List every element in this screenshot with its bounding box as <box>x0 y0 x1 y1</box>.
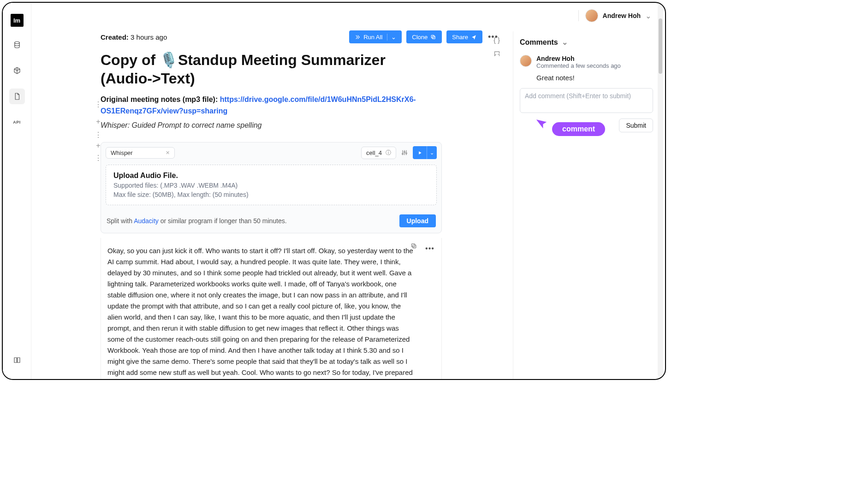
add-block-icon[interactable]: + <box>94 141 103 150</box>
split-prefix: Split with <box>107 217 134 225</box>
cell-tag-value: Whisper <box>111 149 133 156</box>
split-suffix: or similar program if longer than 50 min… <box>159 217 287 225</box>
svg-rect-1 <box>433 36 435 39</box>
cell-id-chip[interactable]: cell_4 ⓘ <box>361 147 396 159</box>
output-more-icon[interactable]: ••• <box>424 243 436 255</box>
chevron-down-icon[interactable]: ⌄ <box>562 38 568 47</box>
cell-tag-input[interactable]: Whisper ✕ <box>106 147 175 159</box>
block-menu-icon[interactable]: ⋮ <box>94 100 103 109</box>
upload-limits: Max file size: (50MB), Max length: (50 m… <box>113 191 429 198</box>
created-value: 3 hours ago <box>131 33 167 41</box>
whisper-note: Whisper: Guided Prompt to correct name s… <box>101 120 423 131</box>
page-scrollbar[interactable] <box>658 5 663 377</box>
svg-rect-6 <box>413 245 416 248</box>
divider <box>578 10 579 21</box>
notes-paragraph: Original meeting notes (mp3 file): https… <box>101 94 423 117</box>
block-menu-icon[interactable]: ⋮ <box>94 130 103 139</box>
nav-database-icon[interactable] <box>9 37 25 53</box>
created-meta: Created: 3 hours ago <box>101 33 167 41</box>
comment-item: Andrew Hoh Commented a few seconds ago G… <box>520 55 653 82</box>
transcript-text: Okay, so you can just kick it off. Who w… <box>107 245 416 379</box>
clone-button[interactable]: Clone <box>406 30 442 43</box>
doc-side-tools: { } <box>490 36 504 59</box>
audacity-link[interactable]: Audacity <box>134 217 159 225</box>
svg-point-0 <box>14 42 19 44</box>
annotation-pill: comment <box>552 122 605 136</box>
avatar <box>520 55 532 67</box>
user-menu[interactable]: Andrew Hoh ⌄ <box>578 9 651 22</box>
comment-author: Andrew Hoh <box>536 55 621 62</box>
svg-rect-2 <box>431 35 434 38</box>
page-title: Copy of 🎙️Standup Meeting Summarizer (Au… <box>101 51 437 88</box>
svg-point-3 <box>402 154 404 155</box>
split-hint: Split with Audacity or similar program i… <box>107 217 287 225</box>
nav-api-label[interactable]: API <box>9 114 25 130</box>
transcript-output: ••• Okay, so you can just kick it off. W… <box>101 238 442 379</box>
comments-panel: Comments ⌄ Andrew Hoh Commented a few se… <box>513 31 656 379</box>
block-menu-icon[interactable]: ⋮ <box>94 153 103 162</box>
share-button[interactable]: Share <box>446 30 482 43</box>
comments-heading-label: Comments <box>520 38 558 47</box>
upload-label: Upload <box>407 217 428 225</box>
add-block-icon[interactable]: + <box>94 117 103 126</box>
run-all-label: Run All <box>363 34 382 41</box>
upload-supported: Supported files: (.MP3 .WAV .WEBM .M4A) <box>113 182 429 189</box>
tune-icon[interactable] <box>401 149 408 156</box>
run-cell-button[interactable] <box>413 146 427 159</box>
submit-button[interactable]: Submit <box>619 119 653 132</box>
nav-cube-icon[interactable] <box>9 63 25 78</box>
comment-time: Commented a few seconds ago <box>536 62 621 69</box>
braces-icon[interactable]: { } <box>493 36 500 44</box>
copy-icon[interactable] <box>410 243 417 255</box>
created-label: Created: <box>101 33 129 41</box>
notes-prefix: Original meeting notes (mp3 file): <box>101 95 220 103</box>
comments-heading[interactable]: Comments ⌄ <box>520 38 653 47</box>
submit-label: Submit <box>626 122 646 129</box>
block-gutter: ⋮ <box>91 100 105 109</box>
run-all-button[interactable]: Run All ⌄ <box>349 30 402 43</box>
run-cell-dropdown[interactable]: ⌄ <box>427 146 437 159</box>
document-main: { } Created: 3 hours ago Run All ⌄ Clone <box>31 3 508 379</box>
info-icon[interactable]: ⓘ <box>386 149 391 157</box>
comment-input[interactable]: Add comment (Shift+Enter to submit) <box>520 88 653 113</box>
cell-id-value: cell_4 <box>366 149 382 156</box>
clone-label: Clone <box>412 34 428 41</box>
svg-rect-7 <box>412 244 415 247</box>
nav-document-icon[interactable] <box>9 89 25 104</box>
left-nav-rail: lm API <box>3 3 31 379</box>
svg-point-5 <box>406 153 407 154</box>
clear-tag-icon[interactable]: ✕ <box>166 150 170 156</box>
upload-button[interactable]: Upload <box>399 214 436 227</box>
user-name: Andrew Hoh <box>603 12 641 19</box>
upload-title: Upload Audio File. <box>113 172 429 180</box>
share-label: Share <box>452 34 468 41</box>
chevron-down-icon[interactable]: ⌄ <box>645 12 651 20</box>
comment-text: Great notes! <box>536 74 621 82</box>
chevron-down-icon[interactable]: ⌄ <box>387 34 396 41</box>
app-logo[interactable]: lm <box>11 14 24 27</box>
share-out-icon[interactable] <box>493 50 500 59</box>
scrollbar-thumb[interactable] <box>659 18 662 74</box>
nav-docs-icon[interactable] <box>9 352 25 368</box>
whisper-cell: Whisper ✕ cell_4 ⓘ ⌄ <box>101 142 442 233</box>
svg-point-4 <box>404 152 405 153</box>
avatar <box>585 9 598 22</box>
upload-dropzone[interactable]: Upload Audio File. Supported files: (.MP… <box>106 165 437 205</box>
